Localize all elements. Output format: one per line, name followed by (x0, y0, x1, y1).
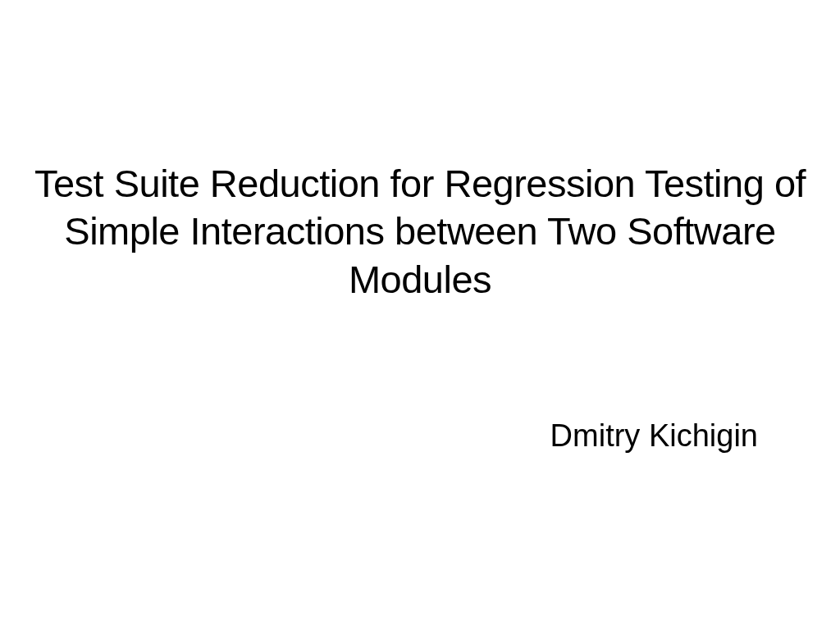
presentation-slide: Test Suite Reduction for Regression Test… (0, 0, 840, 630)
slide-title: Test Suite Reduction for Regression Test… (33, 160, 807, 304)
slide-author: Dmitry Kichigin (33, 418, 807, 454)
